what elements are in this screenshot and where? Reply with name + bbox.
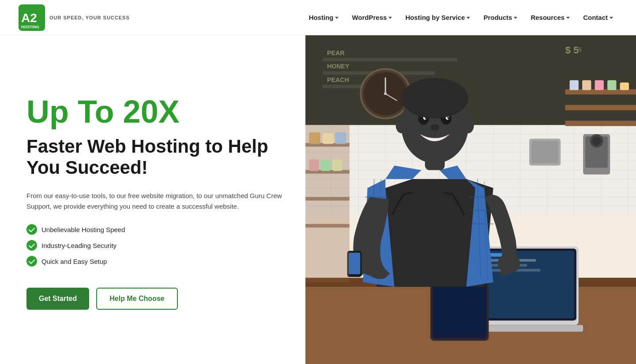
- svg-rect-40: [595, 80, 603, 90]
- hero-subtitle: Faster Web Hosting to Help You Succeed!: [26, 136, 288, 179]
- svg-text:PEACH: PEACH: [327, 76, 349, 83]
- nav-item-resources[interactable]: Resources: [525, 10, 575, 25]
- svg-rect-94: [309, 132, 320, 144]
- nav-item-hosting-by-service[interactable]: Hosting by Service: [400, 10, 475, 25]
- svg-rect-41: [607, 80, 616, 90]
- svg-rect-5: [322, 58, 457, 61]
- svg-text:HONEY: HONEY: [327, 63, 350, 70]
- get-started-button[interactable]: Get Started: [26, 288, 89, 310]
- main-nav: A2 HOSTING OUR SPEED, YOUR SUCCESS Hosti…: [0, 0, 636, 35]
- svg-rect-38: [569, 80, 578, 90]
- svg-text:$ 5: $ 5: [565, 45, 579, 56]
- logo-icon: A2 HOSTING: [18, 4, 46, 32]
- chevron-down-icon: [335, 17, 339, 19]
- svg-rect-97: [309, 159, 319, 171]
- svg-point-84: [447, 117, 449, 119]
- feature-item-security: Industry-Leading Security: [26, 240, 288, 251]
- svg-rect-36: [565, 105, 636, 110]
- svg-point-103: [592, 136, 601, 145]
- svg-point-85: [430, 124, 439, 131]
- chevron-down-icon: [566, 17, 570, 19]
- svg-rect-92: [305, 197, 350, 200]
- cta-buttons: Get Started Help Me Choose: [26, 288, 288, 310]
- feature-list: Unbelievable Hosting Speed Industry-Lead…: [26, 224, 288, 272]
- hero-section: Up To 20X Faster Web Hosting to Help You…: [0, 35, 636, 364]
- hero-tagline: Up To 20X: [26, 95, 288, 129]
- feature-item-setup: Quick and Easy Setup: [26, 256, 288, 266]
- nav-item-hosting[interactable]: Hosting: [304, 10, 344, 25]
- chevron-down-icon: [388, 17, 392, 19]
- svg-rect-98: [320, 160, 330, 171]
- logo[interactable]: A2 HOSTING OUR SPEED, YOUR SUCCESS: [18, 4, 130, 32]
- nav-item-wordpress[interactable]: WordPress: [346, 10, 397, 25]
- svg-rect-93: [305, 224, 350, 228]
- svg-text:PEAR: PEAR: [327, 49, 345, 56]
- hero-image: PEAR HONEY PEACH $ 5 5: [305, 35, 636, 364]
- svg-rect-42: [620, 83, 628, 90]
- svg-text:HOSTING: HOSTING: [21, 25, 39, 29]
- svg-rect-37: [565, 120, 636, 126]
- svg-text:5: 5: [579, 47, 582, 53]
- hero-description: From our easy-to-use tools, to our free …: [26, 191, 282, 212]
- logo-text: OUR SPEED, YOUR SUCCESS: [49, 15, 130, 20]
- svg-point-88: [402, 78, 468, 119]
- svg-rect-95: [322, 133, 333, 144]
- chevron-down-icon: [610, 17, 613, 19]
- svg-point-86: [395, 117, 406, 133]
- chevron-down-icon: [467, 17, 470, 19]
- svg-point-87: [463, 117, 474, 133]
- hero-content: Up To 20X Faster Web Hosting to Help You…: [0, 35, 305, 364]
- svg-rect-89: [305, 125, 350, 282]
- help-me-choose-button[interactable]: Help Me Choose: [96, 288, 177, 310]
- feature-item-speed: Unbelievable Hosting Speed: [26, 224, 288, 235]
- check-icon-security: [26, 240, 37, 251]
- nav-item-products[interactable]: Products: [478, 10, 523, 25]
- hero-illustration: PEAR HONEY PEACH $ 5 5: [305, 35, 636, 364]
- svg-rect-105: [531, 141, 558, 163]
- svg-point-76: [497, 254, 520, 274]
- svg-rect-99: [332, 159, 342, 171]
- nav-item-contact[interactable]: Contact: [578, 10, 618, 25]
- check-icon-speed: [26, 224, 37, 235]
- nav-links: Hosting WordPress Hosting by Service Pro…: [304, 10, 618, 25]
- svg-rect-75: [348, 253, 360, 274]
- check-icon-setup: [26, 256, 37, 266]
- svg-text:A2: A2: [21, 11, 37, 25]
- chevron-down-icon: [514, 17, 517, 19]
- svg-rect-96: [335, 132, 346, 144]
- svg-rect-39: [582, 80, 591, 90]
